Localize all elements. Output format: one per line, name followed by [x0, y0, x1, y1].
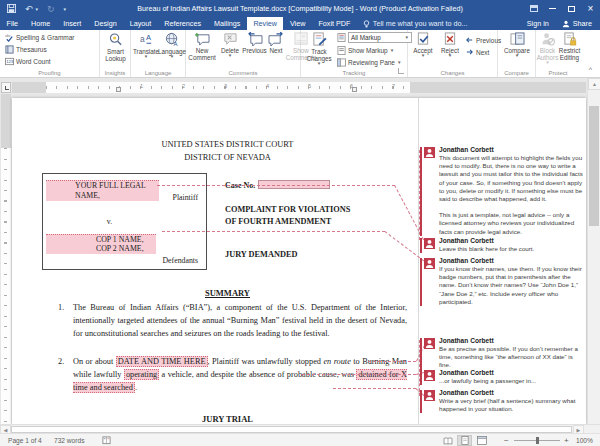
- comment-connector-line: [333, 388, 416, 389]
- proofing-status-icon: [102, 436, 111, 445]
- tab-layout[interactable]: Layout: [123, 17, 158, 30]
- tab-home[interactable]: Home: [25, 17, 57, 30]
- web-layout-icon: [477, 436, 487, 445]
- comment-text: ...or lawfully being a passenger in...: [439, 377, 586, 385]
- comment-author: Jonathan Corbett: [439, 389, 586, 397]
- tab-view[interactable]: View: [283, 17, 311, 30]
- group-label-comments: Comments: [186, 70, 300, 76]
- word-count-indicator[interactable]: 732 words: [54, 434, 84, 446]
- comment-avatar: [424, 147, 435, 158]
- date-time-field[interactable]: DATE AND TIME HERE: [116, 356, 208, 367]
- next-comment-label: Next: [270, 47, 283, 54]
- reject-button[interactable]: Reject ▼: [438, 32, 462, 58]
- comment-card[interactable]: Jonathan Corbett Be as precise as possib…: [424, 337, 586, 370]
- ribbon-display-options-button[interactable]: [524, 0, 543, 17]
- tracking-dialog-launcher-icon[interactable]: [398, 68, 404, 74]
- web-layout-button[interactable]: [474, 435, 489, 446]
- group-compare: Compare ▼ Compare: [498, 30, 536, 77]
- next-comment-button[interactable]: Next: [267, 32, 285, 54]
- ruler-number: 7: [392, 83, 395, 89]
- svg-text:a: a: [139, 34, 144, 44]
- spelling-grammar-button[interactable]: abc Spelling & Grammar: [5, 33, 75, 42]
- read-mode-icon: [443, 437, 453, 445]
- print-layout-button[interactable]: [457, 435, 472, 446]
- comment-card[interactable]: Jonathan Corbett This document will atte…: [424, 146, 586, 236]
- zoom-in-button[interactable]: +: [564, 434, 569, 446]
- vertical-scroll-thumb[interactable]: [589, 106, 599, 226]
- plaintiff-name-field[interactable]: YOUR FULL LEGAL NAME,: [46, 180, 159, 201]
- track-changes-button[interactable]: Track Changes ▼: [304, 32, 334, 66]
- tab-insert[interactable]: Insert: [57, 17, 88, 30]
- compare-button[interactable]: Compare ▼: [502, 32, 532, 58]
- reviewing-pane-button[interactable]: Reviewing Pane ▼: [337, 58, 402, 67]
- svg-text:A: A: [146, 33, 151, 42]
- tab-stop-selector[interactable]: [1, 82, 11, 93]
- comment-card[interactable]: Jonathan Corbett If you know their names…: [424, 257, 586, 306]
- next-change-icon: [465, 48, 474, 56]
- block-authors-button: Block Authors ▼: [536, 32, 559, 65]
- scroll-up-button[interactable]: ▲: [588, 78, 600, 90]
- thesaurus-button[interactable]: Thesaurus: [5, 45, 47, 54]
- translate-button[interactable]: aA Translate ▼: [133, 32, 159, 59]
- operating-field[interactable]: operating: [124, 369, 159, 380]
- zoom-out-button[interactable]: −: [504, 434, 509, 446]
- accept-button[interactable]: Accept ▼: [410, 32, 436, 58]
- comment-card[interactable]: Jonathan Corbett Write a very brief (hal…: [424, 389, 586, 413]
- collapse-ribbon-icon[interactable]: ^: [589, 66, 592, 73]
- svg-text:A: A: [173, 40, 178, 47]
- share-button[interactable]: Share: [556, 17, 598, 30]
- read-mode-button[interactable]: [440, 435, 455, 446]
- tab-design[interactable]: Design: [88, 17, 123, 30]
- share-label: Share: [573, 19, 592, 28]
- sign-in-label: Sign in: [527, 19, 549, 28]
- comment-card[interactable]: Jonathan Corbett Leave this blank here f…: [424, 237, 586, 253]
- new-comment-icon: [194, 32, 210, 46]
- close-button[interactable]: ×: [581, 0, 600, 17]
- sign-in-button[interactable]: Sign in: [521, 17, 555, 30]
- ribbon-display-options-icon: [530, 5, 538, 12]
- restrict-editing-button[interactable]: Restrict Editing: [559, 32, 580, 61]
- tab-file[interactable]: File: [0, 17, 25, 30]
- delete-comment-button[interactable]: Delete ▼: [219, 32, 241, 58]
- share-person-icon: [562, 20, 570, 28]
- vertical-scrollbar[interactable]: ▲: [587, 78, 600, 424]
- previous-comment-button[interactable]: Previous: [242, 32, 267, 54]
- smart-lookup-button[interactable]: Smart Lookup: [102, 32, 129, 62]
- zoom-level[interactable]: 100%: [576, 434, 593, 446]
- tab-mailings[interactable]: Mailings: [208, 17, 247, 30]
- tab-foxit-pdf[interactable]: Foxit PDF: [312, 17, 357, 30]
- proofing-status-button[interactable]: [102, 436, 111, 446]
- comment-text: This is just a template, not legal advic…: [439, 211, 586, 236]
- language-button[interactable]: A Language ▼: [159, 32, 185, 59]
- next-change-button[interactable]: Next: [465, 48, 489, 56]
- summary-item-1: 1. The Bureau of Indian Affairs (“BIA”),…: [56, 302, 407, 341]
- zoom-slider-handle[interactable]: [536, 437, 539, 444]
- item2-text: , Plaintiff was unlawfully stopped: [208, 357, 324, 366]
- markup-view-select[interactable]: All Markup ▼: [348, 32, 412, 43]
- page-indicator[interactable]: Page 1 of 4: [8, 434, 42, 446]
- comment-connector-line: [368, 361, 416, 362]
- group-label-protect: Protect: [536, 70, 580, 76]
- comment-card[interactable]: Jonathan Corbett ...or lawfully being a …: [424, 369, 586, 385]
- tab-review[interactable]: Review: [247, 17, 284, 30]
- court-line-1: UNITED STATES DISTRICT COURT: [45, 138, 410, 151]
- tab-references[interactable]: References: [158, 17, 208, 30]
- show-markup-button[interactable]: Show Markup ▼: [337, 46, 394, 55]
- markup-view-row: [337, 33, 346, 42]
- new-comment-button[interactable]: New Comment: [187, 32, 217, 61]
- maximize-button[interactable]: [562, 0, 581, 17]
- group-label-changes: Changes: [408, 70, 497, 76]
- horizontal-scrollbar[interactable]: ◀ ▶: [0, 424, 600, 433]
- document-page[interactable]: UNITED STATES DISTRICT COURT DISTRICT OF…: [12, 98, 586, 424]
- horizontal-scroll-thumb[interactable]: [11, 426, 572, 433]
- previous-change-button[interactable]: Previous: [465, 36, 501, 44]
- indent-marker-left[interactable]: [116, 87, 121, 92]
- minimize-button[interactable]: [543, 0, 562, 17]
- spelling-grammar-label: Spelling & Grammar: [16, 34, 75, 41]
- defendant-name-field-2[interactable]: COP 2 NAME,: [46, 244, 156, 254]
- complaint-line-1: COMPLAINT FOR VIOLATIONS: [225, 204, 350, 216]
- word-count-button[interactable]: 123 Word Count: [5, 57, 51, 66]
- svg-text:abc: abc: [5, 34, 11, 38]
- indent-marker-right[interactable]: [352, 87, 357, 92]
- tell-me-box[interactable]: Tell me what you want to do...: [357, 17, 474, 30]
